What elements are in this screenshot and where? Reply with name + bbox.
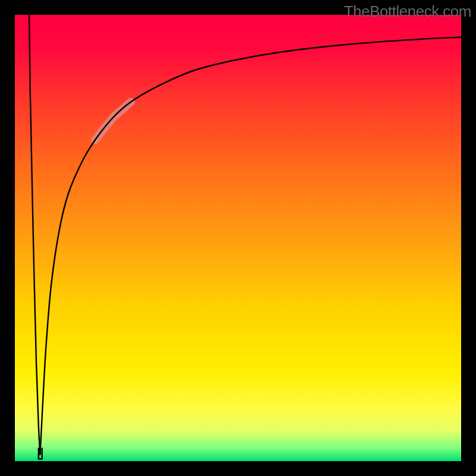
chart-canvas — [0, 0, 476, 476]
attribution-text: TheBottleneck.com — [344, 2, 471, 21]
bottleneck-chart: TheBottleneck.com — [0, 0, 476, 476]
plot-background — [15, 15, 461, 461]
